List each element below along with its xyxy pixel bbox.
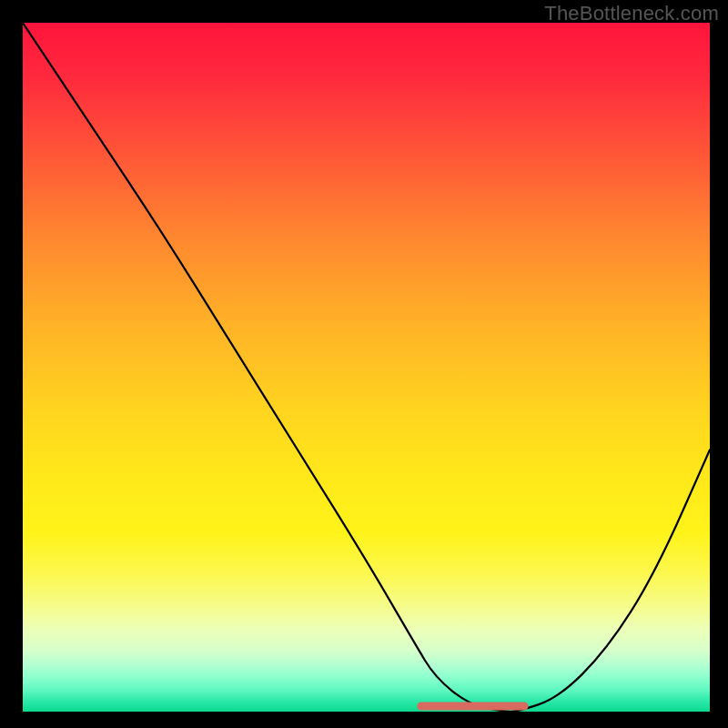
chart-overlay xyxy=(23,23,710,712)
curve-line xyxy=(23,23,710,712)
watermark-text: TheBottleneck.com xyxy=(544,2,719,25)
chart-area xyxy=(23,23,710,712)
